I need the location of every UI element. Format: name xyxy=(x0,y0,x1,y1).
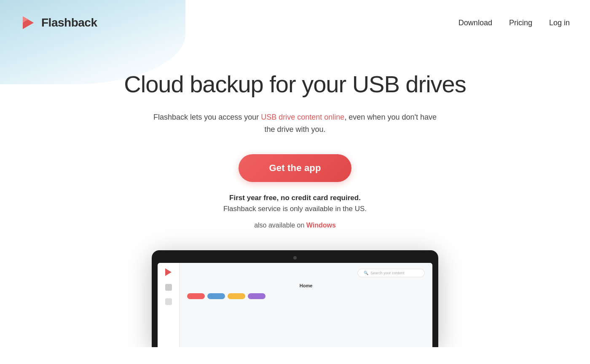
sidebar-files-icon xyxy=(165,298,172,305)
app-search-bar: 🔍 Search your content xyxy=(357,269,425,277)
hero-section: Cloud backup for your USB drives Flashba… xyxy=(0,46,590,347)
nav-pricing[interactable]: Pricing xyxy=(509,19,532,27)
app-home-label: Home xyxy=(187,283,425,288)
search-placeholder-text: Search your content xyxy=(370,271,405,275)
nav-login[interactable]: Log in xyxy=(549,19,570,27)
get-app-button[interactable]: Get the app xyxy=(239,154,351,182)
hero-title: Cloud backup for your USB drives xyxy=(124,71,466,98)
main-nav: Download Pricing Log in xyxy=(459,19,570,27)
laptop-mockup: 🔍 Search your content Home xyxy=(152,250,438,347)
hero-subtitle: Flashback lets you access your USB drive… xyxy=(152,111,438,136)
hero-subtitle-text: Flashback lets you access your xyxy=(153,113,261,121)
hero-subtitle-highlight: USB drive content online xyxy=(261,113,344,121)
logo[interactable]: Flashback xyxy=(20,15,97,31)
laptop-screen: 🔍 Search your content Home xyxy=(158,263,432,347)
search-icon: 🔍 xyxy=(364,271,368,275)
tagline-sub: Flashback service is only available in t… xyxy=(223,205,367,213)
chip-blue xyxy=(207,293,225,299)
svg-marker-2 xyxy=(165,268,172,276)
platform-prefix: also available on xyxy=(254,222,306,229)
app-chips xyxy=(187,293,425,299)
app-sidebar xyxy=(158,263,180,347)
laptop-camera xyxy=(293,256,297,260)
sidebar-home-icon xyxy=(165,284,172,291)
logo-text: Flashback xyxy=(41,16,97,29)
platform-line: also available on Windows xyxy=(254,222,336,229)
windows-link[interactable]: Windows xyxy=(306,222,336,229)
tagline-bold: First year free, no credit card required… xyxy=(229,194,361,202)
app-sidebar-logo-icon xyxy=(164,268,173,276)
logo-icon xyxy=(20,15,36,31)
header: Flashback Download Pricing Log in xyxy=(0,0,590,46)
laptop-outer: 🔍 Search your content Home xyxy=(152,250,438,347)
chip-red xyxy=(187,293,205,299)
chip-yellow xyxy=(228,293,245,299)
nav-download[interactable]: Download xyxy=(459,19,492,27)
chip-purple xyxy=(248,293,266,299)
app-main-content: 🔍 Search your content Home xyxy=(180,263,432,347)
app-topbar: 🔍 Search your content xyxy=(187,269,425,277)
